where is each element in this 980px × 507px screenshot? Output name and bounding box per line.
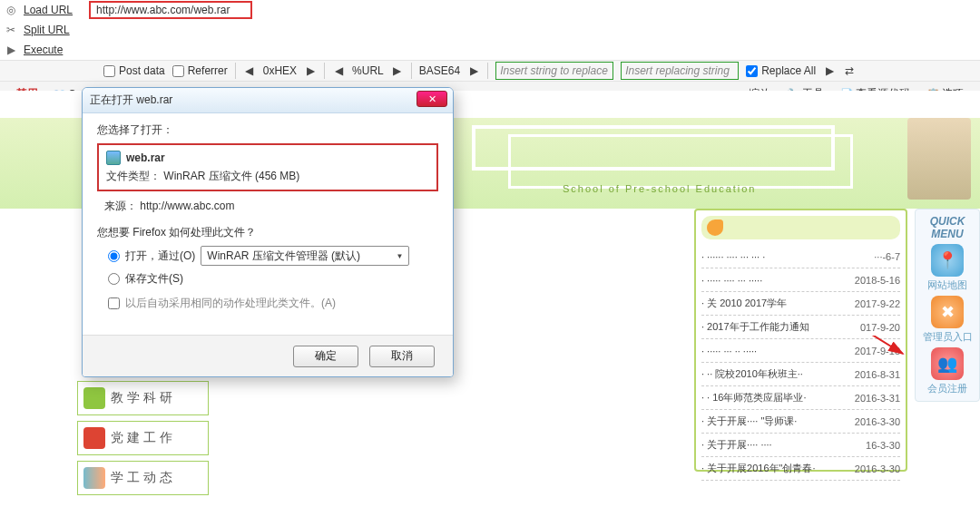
news-row[interactable]: · 关于开展···· ····16-3-30 — [701, 434, 900, 457]
horn-icon — [707, 219, 723, 236]
open-with-radio[interactable]: 打开，通过(O) WinRAR 压缩文件管理器 (默认)▼ — [108, 246, 438, 266]
quick-admin[interactable]: ✖管理员入口 — [920, 296, 975, 344]
news-row[interactable]: · ·· 院校2010年秋班主··2016-8-31 — [701, 363, 900, 386]
doit-icon[interactable]: ▶ — [823, 64, 836, 77]
execute-icon: ▶ — [4, 43, 18, 57]
replace-with-input[interactable]: Insert replacing string — [621, 62, 739, 80]
download-dialog: 正在打开 web.rar ✕ 您选择了打开： web.rar 文件类型： Win… — [82, 87, 454, 377]
split-icon: ✂ — [4, 23, 18, 37]
quick-title: QUICK MENU — [930, 215, 965, 240]
news-panel: · ······ ···· ··· ··· ····-6-7· ····· ··… — [694, 209, 907, 472]
quick-menu: QUICK MENU 📍网站地图 ✖管理员入口 👥会员注册 — [915, 209, 980, 402]
you-chose-label: 您选择了打开： — [97, 122, 438, 138]
news-row[interactable]: · ····· ···· ··· ·····2018-5-16 — [701, 268, 900, 292]
hex-label: 0xHEX — [263, 64, 297, 77]
replace-all-checkbox[interactable]: Replace All — [746, 64, 816, 77]
load-icon: ◎ — [4, 3, 18, 17]
url-right-icon[interactable]: ▶ — [391, 64, 404, 77]
file-info-box: web.rar 文件类型： WinRAR 压缩文件 (456 MB) — [97, 143, 438, 191]
referrer-checkbox[interactable]: Referrer — [172, 64, 228, 77]
rar-icon — [106, 151, 121, 165]
load-url-button[interactable]: Load URL — [24, 4, 73, 16]
cancel-button[interactable]: 取消 — [369, 346, 435, 367]
banner-subtitle: School of Pre-school Education — [563, 183, 756, 194]
replace-find-input[interactable]: Insert string to replace — [495, 62, 613, 80]
hex-right-icon[interactable]: ▶ — [304, 64, 317, 77]
auto-checkbox[interactable]: 以后自动采用相同的动作处理此类文件。(A) — [108, 296, 438, 311]
url-input[interactable]: http://www.abc.com/web.rar — [89, 1, 252, 19]
sidebar-card[interactable]: 党 建 工 作 — [77, 421, 209, 455]
quick-register[interactable]: 👥会员注册 — [920, 347, 975, 395]
news-row[interactable]: · ······ ···· ··· ··· ····-6-7 — [701, 245, 900, 268]
app-combo[interactable]: WinRAR 压缩文件管理器 (默认)▼ — [201, 246, 409, 266]
news-row[interactable]: · 关 2010 2017学年2017-9-22 — [701, 292, 900, 316]
sidebar-card[interactable]: 学 工 动 态 — [77, 461, 209, 495]
news-row[interactable]: · 关于开展2016年"创青春·2016-3-30 — [701, 457, 900, 481]
quick-map[interactable]: 📍网站地图 — [920, 244, 975, 292]
save-file-radio[interactable]: 保存文件(S) — [108, 271, 438, 287]
hex-left-icon[interactable]: ◀ — [243, 64, 256, 77]
swap-icon[interactable]: ⇄ — [843, 64, 856, 77]
ok-button[interactable]: 确定 — [293, 346, 358, 367]
sidebar-card[interactable]: 教 学 科 研 — [77, 381, 209, 415]
split-url-button[interactable]: Split URL — [24, 24, 70, 36]
dialog-title: 正在打开 web.rar — [90, 93, 172, 108]
post-data-checkbox[interactable]: Post data — [103, 64, 165, 77]
news-row[interactable]: · ····· ··· ·· ·····2017-9-18 — [701, 339, 900, 363]
handle-question: 您想要 Firefox 如何处理此文件？ — [97, 225, 438, 240]
b64-right-icon[interactable]: ▶ — [467, 64, 480, 77]
base64-label: BASE64 — [419, 64, 460, 77]
news-row[interactable]: · 2017年于工作能力通知017-9-20 — [701, 316, 900, 339]
execute-button[interactable]: Execute — [24, 44, 63, 56]
dialog-titlebar[interactable]: 正在打开 web.rar ✕ — [83, 88, 453, 113]
news-row[interactable]: · 关于开展···· "导师课·2016-3-30 — [701, 410, 900, 434]
url-left-icon[interactable]: ◀ — [332, 64, 345, 77]
urlenc-label: %URL — [352, 64, 384, 77]
news-row[interactable]: · · 16年师范类应届毕业·2016-3-31 — [701, 386, 900, 410]
close-icon[interactable]: ✕ — [416, 91, 447, 107]
